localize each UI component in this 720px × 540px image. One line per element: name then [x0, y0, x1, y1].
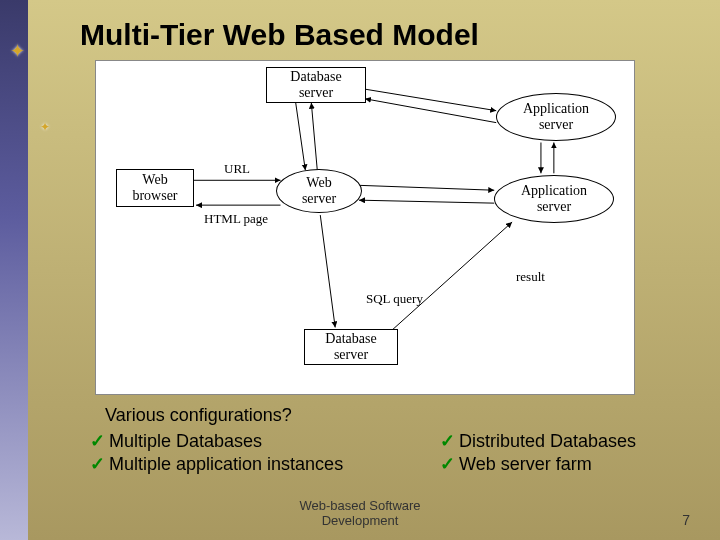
- node-db-top: Database server: [266, 67, 366, 103]
- bullet-right-1: ✓Distributed Databases: [440, 430, 636, 452]
- check-icon: ✓: [90, 431, 105, 451]
- star-decor: ✦: [40, 120, 50, 134]
- bullet-text: Multiple application instances: [109, 454, 343, 474]
- bullet-left-2: ✓Multiple application instances: [90, 453, 343, 475]
- svg-line-1: [311, 103, 317, 171]
- accent-bar: [0, 0, 28, 540]
- page-number: 7: [682, 512, 690, 528]
- bullet-text: Distributed Databases: [459, 431, 636, 451]
- bullet-text: Web server farm: [459, 454, 592, 474]
- label-result: result: [516, 269, 545, 285]
- star-decor: ✦: [10, 40, 25, 62]
- label-url: URL: [224, 161, 250, 177]
- svg-line-8: [320, 215, 335, 327]
- node-app-bottom: Application server: [494, 175, 614, 223]
- label-html-page: HTML page: [204, 211, 268, 227]
- svg-line-7: [359, 200, 494, 203]
- node-db-bottom: Database server: [304, 329, 398, 365]
- node-web-browser: Web browser: [116, 169, 194, 207]
- svg-line-3: [365, 99, 496, 123]
- diagram: Database server Application server Web b…: [95, 60, 635, 395]
- svg-line-6: [357, 185, 494, 190]
- node-web-server: Web server: [276, 169, 362, 213]
- check-icon: ✓: [90, 454, 105, 474]
- svg-line-9: [393, 222, 512, 329]
- bullet-right-2: ✓Web server farm: [440, 453, 592, 475]
- node-app-top: Application server: [496, 93, 616, 141]
- label-sql-query: SQL query: [366, 291, 423, 307]
- check-icon: ✓: [440, 454, 455, 474]
- footer-text: Web-based Software Development: [0, 498, 720, 528]
- bullet-text: Multiple Databases: [109, 431, 262, 451]
- svg-line-2: [363, 89, 496, 111]
- check-icon: ✓: [440, 431, 455, 451]
- svg-line-0: [295, 101, 305, 171]
- bullet-left-1: ✓Multiple Databases: [90, 430, 262, 452]
- slide-title: Multi-Tier Web Based Model: [80, 18, 479, 52]
- question-text: Various configurations?: [105, 405, 292, 426]
